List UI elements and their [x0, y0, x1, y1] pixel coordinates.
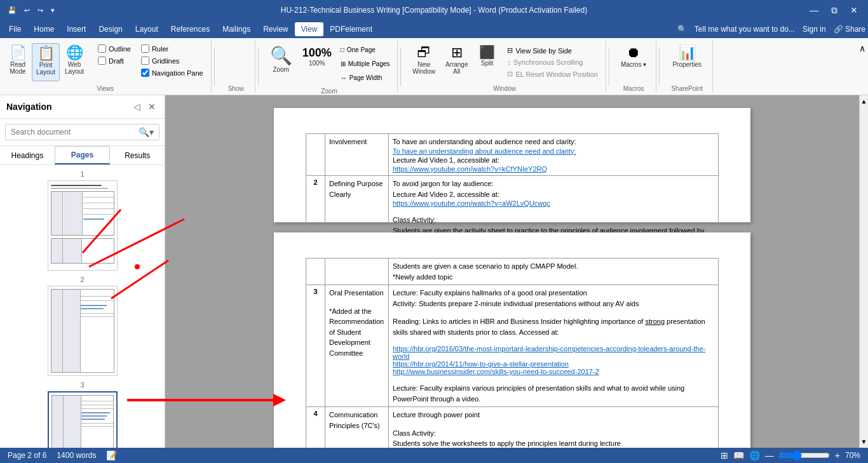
- row-content-cmapp: Students are given a case scenario to ap…: [389, 258, 719, 285]
- zoom-out-btn[interactable]: —: [765, 450, 774, 460]
- ribbon-group-macros: ⏺ Macros ▾ Macros: [612, 41, 656, 92]
- proofing-icon[interactable]: 📝: [106, 450, 117, 460]
- draft-checkbox[interactable]: [98, 57, 106, 65]
- menu-design[interactable]: Design: [92, 22, 128, 36]
- zoom-slider[interactable]: [779, 450, 830, 460]
- menu-review[interactable]: Review: [257, 22, 294, 36]
- page-thumb-3-container: 3: [5, 381, 159, 448]
- page-width-btn[interactable]: ↔ Page Width: [338, 71, 393, 84]
- customize-btn[interactable]: ▾: [48, 5, 57, 16]
- oral-pres-text: Oral Presentation: [329, 289, 384, 297]
- nav-pin-btn[interactable]: ◁: [131, 100, 143, 113]
- page-thumb-1[interactable]: [48, 180, 118, 271]
- view-side-by-side-btn[interactable]: ⊟ View Side by Side: [505, 45, 600, 56]
- new-window-btn[interactable]: 🗗 NewWindow: [409, 43, 439, 81]
- split-btn[interactable]: ⬛ Split: [474, 43, 499, 81]
- activity-3: Activity: Students prepare 2-minute indi…: [393, 300, 639, 307]
- hbr-link-1[interactable]: https://hbr.org/2016/03/the-most-importa…: [393, 345, 705, 360]
- menu-mailings[interactable]: Mailings: [216, 22, 257, 36]
- doc-content[interactable]: Involvement To have an understanding abo…: [165, 95, 859, 448]
- nav-pane-checkbox[interactable]: [141, 69, 149, 77]
- menu-layout[interactable]: Layout: [129, 22, 165, 36]
- share-btn[interactable]: 🔗 Share: [834, 25, 865, 34]
- menu-right: 🔍 Tell me what you want to do... Sign in…: [677, 25, 865, 34]
- window-content: 🗗 NewWindow ⊞ ArrangeAll ⬛ Split ⊟ View …: [409, 41, 600, 84]
- search-btn[interactable]: 🔍▾: [133, 124, 159, 140]
- one-page-btn[interactable]: □ One Page: [338, 43, 393, 56]
- print-layout-icon: 📋: [37, 46, 55, 60]
- video-link-2[interactable]: https://www.youtube.com/watch?v=aW2LvQUc…: [393, 199, 550, 207]
- close-btn[interactable]: ✕: [845, 4, 863, 17]
- outline-checkbox[interactable]: [98, 44, 106, 53]
- menu-file[interactable]: File: [3, 22, 27, 36]
- zoom-btn[interactable]: 🔍 Zoom: [266, 44, 296, 83]
- web-layout-btn[interactable]: 🌐 WebLayout: [61, 43, 88, 81]
- row-content-4: Lecture through power point Class Activi…: [389, 407, 719, 448]
- layout-view-btn[interactable]: ⊞: [721, 450, 728, 460]
- read-view-btn[interactable]: 📖: [733, 450, 744, 460]
- t3-col3: [81, 396, 113, 448]
- outline-checkbox-label[interactable]: Outline: [95, 43, 133, 54]
- restore-btn[interactable]: ⧉: [826, 4, 843, 17]
- arrange-all-btn[interactable]: ⊞ ArrangeAll: [442, 43, 472, 81]
- sign-in-link[interactable]: Sign in: [803, 25, 826, 34]
- draft-checkbox-label[interactable]: Draft: [95, 55, 133, 66]
- gridlines-checkbox[interactable]: [141, 57, 149, 65]
- content-link[interactable]: To have an understanding about audience …: [393, 147, 576, 155]
- tab-results[interactable]: Results: [110, 146, 165, 164]
- menu-pdfelement[interactable]: PDFelement: [323, 22, 379, 36]
- t1-t2-col3: [82, 239, 114, 263]
- undo-btn[interactable]: ↩: [22, 5, 32, 16]
- sync-scrolling-btn[interactable]: ↕ Synchronous Scrolling: [505, 57, 600, 67]
- macros-label: Macros ▾: [621, 61, 647, 68]
- menu-home[interactable]: Home: [27, 22, 60, 36]
- redo-btn[interactable]: ↪: [35, 5, 46, 16]
- ribbon-collapse[interactable]: ∧: [857, 41, 868, 92]
- menu-view[interactable]: View: [295, 22, 324, 36]
- save-btn[interactable]: 💾: [5, 5, 19, 16]
- scroll-down-btn[interactable]: ▼: [858, 436, 868, 448]
- split-icon: ⬛: [479, 46, 495, 58]
- bi-link[interactable]: http://www.businessinsider.com/skills-yo…: [393, 368, 599, 375]
- collapse-btn[interactable]: ∧: [859, 43, 865, 53]
- nav-pane-checkbox-label[interactable]: Navigation Pane: [139, 67, 206, 78]
- added-rec-text: *Added at the Recommendation of Student …: [329, 307, 384, 357]
- minimize-btn[interactable]: —: [804, 4, 824, 17]
- sharepoint-content: 📊 Properties: [668, 41, 705, 84]
- macros-btn[interactable]: ⏺ Macros ▾: [617, 43, 651, 81]
- tab-headings[interactable]: Headings: [0, 146, 55, 164]
- web-layout-icon: 🌐: [66, 46, 83, 60]
- t3-col2: [64, 396, 81, 448]
- t2-r2: [81, 300, 114, 301]
- multiple-pages-btn[interactable]: ⊞ Multiple Pages: [338, 57, 393, 70]
- nav-close-btn[interactable]: ✕: [146, 100, 158, 113]
- web-view-btn[interactable]: 🌐: [749, 450, 760, 460]
- zoom-content: 🔍 Zoom 100% 100% □ One Page ⊞ Multiple P…: [266, 41, 393, 86]
- navigation-panel: Navigation ◁ ✕ 🔍▾ Headings Pages Results…: [0, 95, 165, 448]
- reset-position-btn[interactable]: ⊡ EL Reset Window Position: [505, 69, 600, 79]
- gridlines-label: Gridlines: [152, 57, 179, 65]
- ruler-checkbox[interactable]: [141, 44, 149, 53]
- sync-label: Synchronous Scrolling: [513, 58, 583, 66]
- zoom-100-icon: 100%: [302, 47, 332, 58]
- tab-pages[interactable]: Pages: [55, 146, 111, 164]
- scrollbar-vertical[interactable]: ▲ ▼: [859, 95, 868, 448]
- reset-label: EL Reset Window Position: [515, 70, 597, 78]
- scroll-up-btn[interactable]: ▲: [858, 95, 868, 107]
- video-link-1[interactable]: https://www.youtube.com/watch?v=kCfYNIeY…: [393, 165, 547, 173]
- gridlines-checkbox-label[interactable]: Gridlines: [139, 55, 206, 66]
- print-layout-btn[interactable]: 📋 PrintLayout: [32, 43, 60, 81]
- ruler-checkbox-label[interactable]: Ruler: [139, 43, 206, 54]
- menu-references[interactable]: References: [165, 22, 216, 36]
- properties-btn[interactable]: 📊 Properties: [668, 43, 705, 81]
- read-mode-btn[interactable]: 📄 ReadMode: [5, 43, 31, 81]
- page-thumb-3[interactable]: [48, 391, 118, 448]
- page-thumb-2[interactable]: [48, 286, 118, 376]
- zoom-in-btn[interactable]: +: [835, 450, 840, 460]
- t2-link2: [81, 308, 104, 309]
- search-input[interactable]: [6, 125, 133, 139]
- topic-2-text: Defining Purpose Clearly: [329, 180, 383, 198]
- zoom-100-btn[interactable]: 100% 100%: [299, 44, 336, 83]
- menu-insert[interactable]: Insert: [60, 22, 92, 36]
- hbr-link-2[interactable]: https://hbr.org/2014/11/how-to-give-a-st…: [393, 360, 569, 368]
